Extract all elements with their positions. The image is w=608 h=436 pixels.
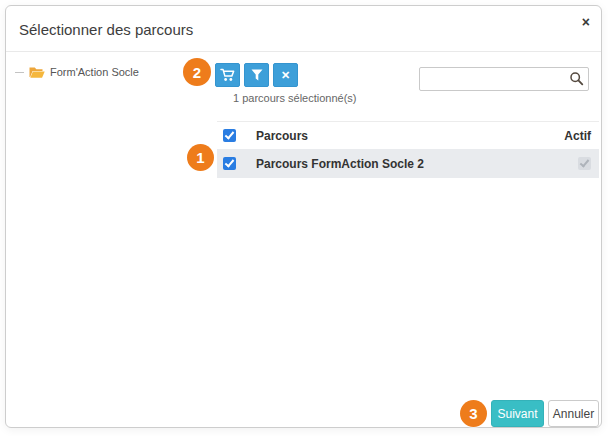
search-icon xyxy=(569,71,584,86)
filter-icon xyxy=(251,69,263,81)
tree-item-formaction-socle[interactable]: Form'Action Socle xyxy=(15,64,139,80)
x-icon: ✕ xyxy=(281,70,290,81)
annotation-badge-3: 3 xyxy=(460,400,487,427)
selection-count: 1 parcours sélectionné(s) xyxy=(233,92,357,104)
select-parcours-modal: Sélectionner des parcours × Form'Action … xyxy=(5,5,602,428)
column-header-actif: Actif xyxy=(539,129,599,143)
table-header-row: Parcours Actif xyxy=(217,121,599,149)
search-box xyxy=(419,67,589,91)
row-checkbox[interactable] xyxy=(223,157,236,170)
filter-button[interactable] xyxy=(244,63,269,87)
tree-item-label: Form'Action Socle xyxy=(50,66,139,78)
next-button[interactable]: Suivant xyxy=(491,400,544,427)
cart-icon xyxy=(220,68,235,82)
table-row[interactable]: Parcours FormAction Socle 2 xyxy=(217,149,599,178)
close-icon[interactable]: × xyxy=(582,14,590,30)
row-parcours-label: Parcours FormAction Socle 2 xyxy=(256,157,539,171)
cancel-button[interactable]: Annuler xyxy=(548,400,599,427)
select-all-checkbox[interactable] xyxy=(223,129,236,142)
modal-title: Sélectionner des parcours xyxy=(19,21,193,38)
column-header-parcours: Parcours xyxy=(256,129,539,143)
actif-checkbox xyxy=(578,157,591,170)
clear-button[interactable]: ✕ xyxy=(273,63,298,87)
folder-icon xyxy=(29,66,45,79)
annotation-badge-1: 1 xyxy=(187,144,214,171)
annotation-badge-2: 2 xyxy=(183,58,211,86)
tree-connector xyxy=(15,72,24,73)
parcours-table: Parcours Actif Parcours FormAction Socle… xyxy=(217,121,599,178)
cart-button[interactable] xyxy=(215,63,240,87)
modal-header: Sélectionner des parcours × xyxy=(6,6,601,52)
search-input[interactable] xyxy=(419,67,589,91)
